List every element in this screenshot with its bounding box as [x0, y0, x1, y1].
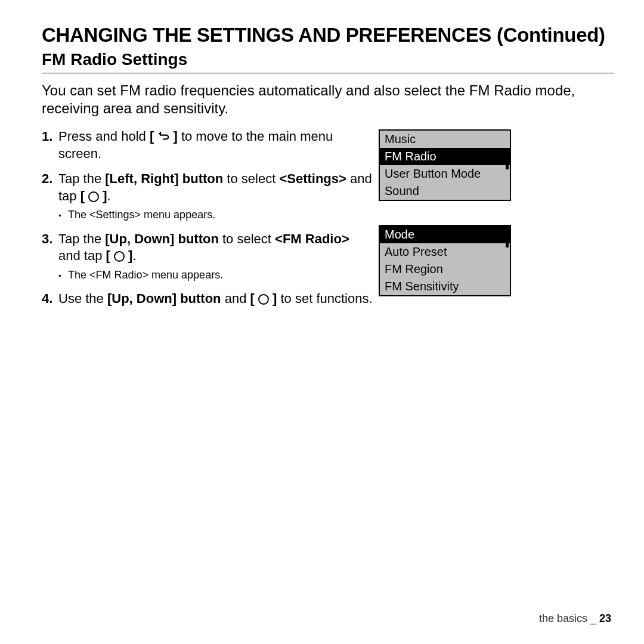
step-sub: The <Settings> menu appears. — [58, 208, 373, 222]
step-text: to select — [219, 231, 275, 246]
step-bold: <FM Radio> — [275, 231, 349, 246]
step-bold: <Settings> — [279, 171, 346, 186]
menu-item: Music — [380, 131, 510, 148]
page-title: CHANGING THE SETTINGS AND PREFERENCES (C… — [42, 24, 614, 47]
step-text: to select — [223, 171, 279, 186]
menu-item: FM Sensitivity — [380, 278, 510, 295]
intro-paragraph: You can set FM radio frequencies automat… — [42, 82, 614, 117]
step-text: Tap the — [58, 231, 105, 246]
menu-item: Mode — [380, 226, 510, 243]
step-text: Tap the — [58, 171, 105, 186]
step-text: to set functions. — [277, 291, 372, 306]
step-3: Tap the [Up, Down] button to select <FM … — [42, 231, 373, 283]
step-text: Use the — [58, 291, 107, 306]
divider — [42, 73, 614, 73]
menu-item: Auto Preset — [380, 243, 510, 261]
menu-item: FM Region — [380, 261, 510, 278]
scrollbar — [506, 132, 509, 199]
select-icon — [114, 251, 125, 262]
scrollbar — [506, 227, 509, 294]
step-bold: [Up, Down] button — [107, 291, 221, 306]
steps-list: Press and hold [ ] to move to the main m… — [42, 128, 373, 308]
menu-item: User Button Mode — [380, 165, 510, 182]
back-icon — [157, 131, 169, 142]
step-text: . — [107, 188, 111, 203]
footer-sep: _ — [587, 612, 599, 624]
select-icon — [258, 294, 269, 305]
step-bold: [Up, Down] button — [105, 231, 219, 246]
step-bold: [Left, Right] button — [105, 171, 223, 186]
step-text: . — [132, 248, 136, 263]
step-1: Press and hold [ ] to move to the main m… — [42, 128, 373, 162]
section-heading: FM Radio Settings — [42, 50, 614, 69]
footer-section: the basics — [539, 612, 587, 624]
step-text: and — [221, 291, 250, 306]
fm-radio-menu-illustration: ModeAuto PresetFM RegionFM Sensitivity — [379, 225, 511, 296]
page-number: 23 — [599, 612, 611, 624]
menu-item: FM Radio — [380, 148, 510, 165]
select-icon — [88, 191, 99, 202]
menu-item: Sound — [380, 182, 510, 200]
step-text: Press and hold — [58, 129, 150, 144]
step-text: and tap — [58, 248, 106, 263]
page-footer: the basics _ 23 — [539, 612, 611, 625]
step-sub: The <FM Radio> menu appears. — [58, 268, 373, 282]
step-4: Use the [Up, Down] button and [ ] to set… — [42, 290, 373, 308]
step-2: Tap the [Left, Right] button to select <… — [42, 171, 373, 222]
settings-menu-illustration: MusicFM RadioUser Button ModeSound — [379, 129, 511, 201]
